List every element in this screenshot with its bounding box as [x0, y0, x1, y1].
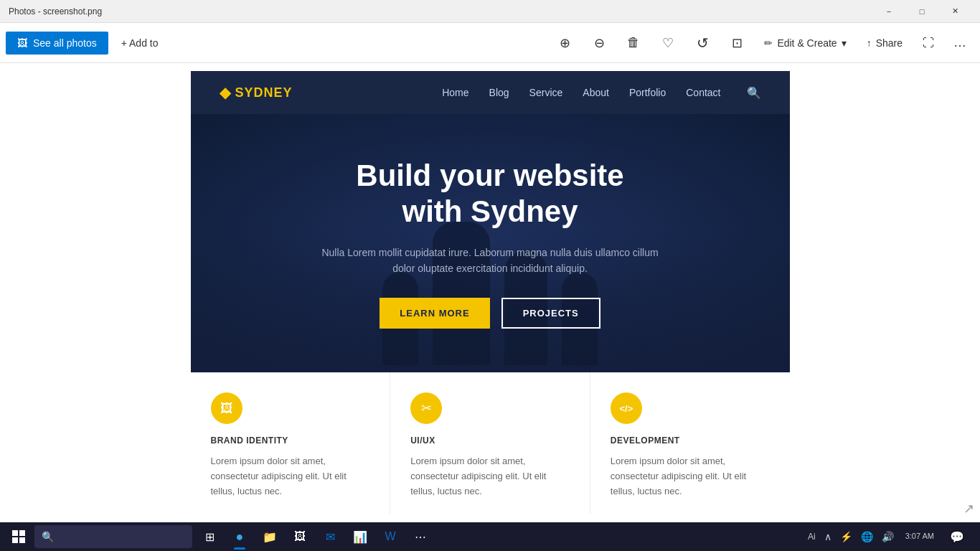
uiux-title: UI/UX: [410, 435, 570, 446]
edit-icon: ✏: [764, 37, 773, 49]
chevron-down-icon: ▾: [842, 37, 847, 49]
sydney-hero: Build your websitewith Sydney Nulla Lore…: [191, 114, 790, 372]
resize-handle[interactable]: ↗: [963, 501, 974, 517]
nav-search-icon[interactable]: 🔍: [747, 86, 761, 100]
tray-up-arrow[interactable]: ∧: [821, 531, 834, 542]
uiux-icon: ✂: [410, 392, 442, 424]
brand-identity-title: BRAND IDENTITY: [211, 435, 370, 446]
photos-icon: 🖼: [17, 37, 27, 49]
add-to-button[interactable]: + Add to: [111, 32, 169, 55]
development-icon: </>: [611, 392, 642, 424]
svg-rect-1: [19, 530, 25, 536]
crop-button[interactable]: ⊡: [721, 27, 753, 59]
sydney-nav-links: Home Blog Service About Portfolio Contac…: [442, 86, 760, 100]
minimize-button[interactable]: −: [872, 0, 905, 23]
svg-rect-0: [12, 530, 18, 536]
fit-window-button[interactable]: ⛶: [914, 29, 943, 57]
notification-center[interactable]: 💬: [943, 522, 971, 551]
brand-identity-icon: 🖼: [211, 392, 242, 424]
more-apps-icon: ⋯: [415, 530, 426, 544]
taskbar-mail[interactable]: ✉: [316, 522, 344, 551]
explorer-icon: 📁: [263, 530, 277, 544]
word-icon: W: [385, 530, 395, 543]
title-bar-text: Photos - screenshot.png: [9, 6, 102, 17]
taskbar-search[interactable]: 🔍: [34, 525, 192, 548]
crop-icon: ⊡: [732, 35, 743, 51]
share-icon: ↑: [867, 37, 872, 49]
favorite-button[interactable]: ♡: [652, 27, 684, 59]
heart-icon: ♡: [662, 35, 674, 51]
taskbar-tray: ∧ ⚡ 🌐 🔊 3:07 AM 💬: [821, 522, 977, 551]
svg-rect-3: [19, 537, 25, 543]
sydney-cards: 🖼 BRAND IDENTITY Lorem ipsum dolor sit a…: [191, 372, 790, 514]
photos-taskbar-icon: 🖼: [294, 530, 306, 543]
taskbar-explorer[interactable]: 📁: [255, 522, 284, 551]
rotate-icon: ↺: [697, 34, 709, 52]
card-uiux: ✂ UI/UX Lorem ipsum dolor sit amet, cons…: [390, 372, 590, 514]
sydney-website-preview: ◆ SYDNEY Home Blog Service About Portfol…: [191, 71, 790, 514]
svg-rect-2: [12, 537, 18, 543]
sydney-nav: ◆ SYDNEY Home Blog Service About Portfol…: [191, 71, 790, 114]
sydney-logo: ◆ SYDNEY: [220, 84, 293, 101]
nav-about[interactable]: About: [583, 87, 609, 98]
taskbar-search-icon: 🔍: [42, 531, 54, 542]
start-button[interactable]: [3, 522, 34, 551]
edit-create-button[interactable]: ✏ Edit & Create ▾: [755, 32, 854, 55]
excel-icon: 📊: [353, 530, 367, 544]
tray-bluetooth[interactable]: ⚡: [837, 531, 855, 542]
zoom-out-button[interactable]: ⊖: [583, 27, 615, 59]
window-controls: − □ ✕: [872, 0, 971, 23]
nav-blog[interactable]: Blog: [489, 87, 509, 98]
toolbar-tools: ⊕ ⊖ 🗑 ♡ ↺ ⊡: [549, 27, 753, 59]
edge-icon: ●: [236, 529, 244, 545]
taskbar-items: ⊞ ● 📁 🖼 ✉ 📊 W ⋯: [195, 522, 435, 551]
taskbar-more-apps[interactable]: ⋯: [406, 522, 435, 551]
title-bar: Photos - screenshot.png − □ ✕: [0, 0, 980, 23]
taskbar-photos[interactable]: 🖼: [286, 522, 314, 551]
card-development: </> DEVELOPMENT Lorem ipsum dolor sit am…: [590, 372, 790, 514]
tray-volume[interactable]: 🔊: [879, 531, 897, 542]
taskbar-word[interactable]: W: [376, 522, 405, 551]
maximize-button[interactable]: □: [905, 0, 938, 23]
close-button[interactable]: ✕: [938, 0, 971, 23]
taskbar: 🔍 ⊞ ● 📁 🖼 ✉ 📊 W ⋯ Ai ∧ ⚡ 🌐: [0, 522, 980, 551]
card-brand-identity: 🖼 BRAND IDENTITY Lorem ipsum dolor sit a…: [191, 372, 391, 514]
rotate-button[interactable]: ↺: [687, 27, 718, 59]
toolbar: 🖼 See all photos + Add to ⊕ ⊖ 🗑 ♡ ↺ ⊡ ✏ …: [0, 23, 980, 63]
toolbar-right: ✏ Edit & Create ▾ ↑ Share ⛶ …: [755, 29, 974, 57]
hero-subtitle: Nulla Lorem mollit cupidatat irure. Labo…: [311, 245, 669, 277]
hero-content: Build your websitewith Sydney Nulla Lore…: [311, 158, 669, 329]
zoom-in-button[interactable]: ⊕: [549, 27, 580, 59]
content-area: ◆ SYDNEY Home Blog Service About Portfol…: [0, 63, 980, 522]
tray-network[interactable]: 🌐: [858, 531, 876, 542]
learn-more-button[interactable]: LEARN MORE: [380, 298, 489, 329]
nav-contact[interactable]: Contact: [686, 87, 720, 98]
see-all-photos-button[interactable]: 🖼 See all photos: [6, 32, 108, 55]
taskbar-ai[interactable]: Ai: [802, 532, 821, 542]
projects-button[interactable]: PROJECTS: [501, 298, 600, 329]
nav-service[interactable]: Service: [529, 87, 563, 98]
hero-title: Build your websitewith Sydney: [311, 158, 669, 230]
share-button[interactable]: ↑ Share: [858, 32, 911, 55]
task-view-icon: ⊞: [205, 530, 215, 544]
uiux-text: Lorem ipsum dolor sit amet, consectetur …: [410, 454, 570, 499]
taskbar-edge[interactable]: ●: [225, 522, 254, 551]
taskbar-excel[interactable]: 📊: [346, 522, 374, 551]
delete-button[interactable]: 🗑: [618, 27, 649, 59]
nav-home[interactable]: Home: [442, 87, 468, 98]
sydney-logo-icon: ◆: [220, 84, 231, 101]
fit-icon: ⛶: [923, 37, 934, 50]
more-options-button[interactable]: …: [946, 29, 974, 57]
taskbar-clock[interactable]: 3:07 AM: [900, 531, 940, 542]
hero-buttons: LEARN MORE PROJECTS: [311, 298, 669, 329]
development-text: Lorem ipsum dolor sit amet, consectetur …: [611, 454, 770, 499]
taskbar-task-view[interactable]: ⊞: [195, 522, 224, 551]
brand-identity-text: Lorem ipsum dolor sit amet, consectetur …: [211, 454, 370, 499]
development-title: DEVELOPMENT: [611, 435, 770, 446]
nav-portfolio[interactable]: Portfolio: [629, 87, 666, 98]
notification-icon: 💬: [950, 530, 964, 544]
delete-icon: 🗑: [627, 35, 640, 50]
mail-icon: ✉: [326, 530, 335, 544]
